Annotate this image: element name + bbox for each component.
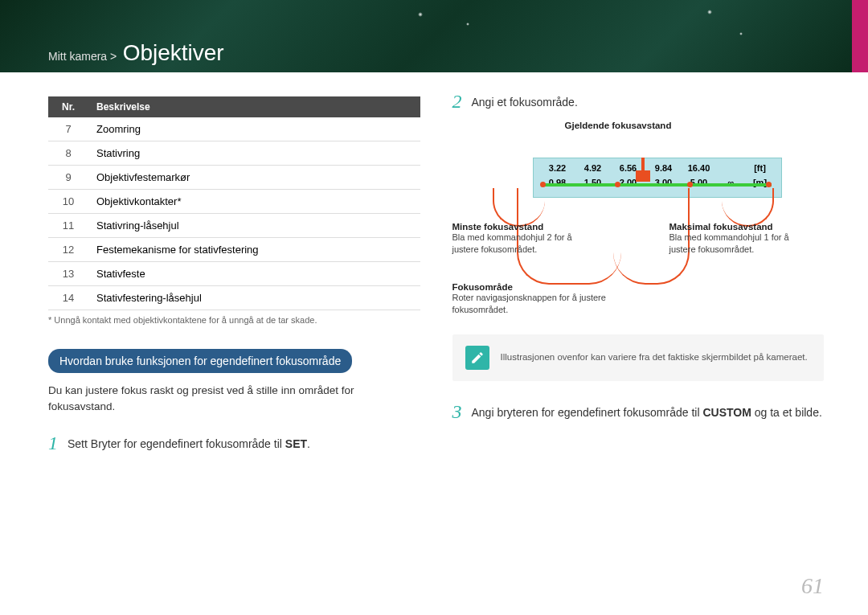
step-number: 1 [48, 433, 58, 453]
left-column: Nr. Beskrivelse 7Zoomring8Stativring9Obj… [48, 96, 420, 453]
table-row: 10Objektivkontakter* [48, 190, 420, 214]
breadcrumb-parent: Mitt kamera > [48, 50, 117, 63]
focus-track [542, 183, 772, 187]
step-number: 3 [452, 402, 462, 421]
step-1: 1 Sett Bryter for egendefinert fokusområ… [48, 433, 420, 453]
step-2: 2 Angi et fokusområde. [452, 92, 825, 111]
info-note: Illustrasjonen ovenfor kan variere fra d… [452, 334, 825, 381]
table-row: 11Stativring-låsehjul [48, 214, 420, 238]
th-nr: Nr. [48, 96, 88, 117]
max-distance-label: Maksimal fokusavstand Bla med kommandohj… [669, 222, 814, 256]
page-title: Objektiver [123, 40, 224, 65]
parts-table: Nr. Beskrivelse 7Zoomring8Stativring9Obj… [48, 96, 420, 310]
page-header: Mitt kamera > Objektiver [0, 0, 868, 72]
table-row: 14Stativfestering-låsehjul [48, 286, 420, 310]
step-text: Sett Bryter for egendefinert fokusområde… [68, 433, 310, 453]
table-row: 12Festemekanisme for stativfestering [48, 238, 420, 262]
step-text: Angi et fokusområde. [472, 92, 578, 111]
section-description: Du kan justere fokus raskt og presist ve… [48, 383, 420, 416]
current-distance-label: Gjeldende fokusavstand [565, 121, 672, 130]
table-row: 7Zoomring [48, 117, 420, 141]
table-row: 8Stativring [48, 141, 420, 166]
focus-range-label: Fokusområde Roter navigasjonsknappen for… [452, 282, 661, 317]
table-row: 13Stativfeste [48, 262, 420, 286]
min-distance-label: Minste fokusavstand Bla med kommandohjul… [452, 222, 589, 256]
pen-icon [465, 346, 489, 370]
focus-diagram: Gjeldende fokusavstand 3.224.926.569.841… [452, 125, 825, 318]
th-desc: Beskrivelse [88, 96, 420, 117]
step-number: 2 [452, 92, 462, 111]
note-text: Illustrasjonen ovenfor kan variere fra d… [501, 351, 808, 364]
right-column: 2 Angi et fokusområde. Gjeldende fokusav… [452, 96, 825, 453]
table-row: 9Objektivfestemarkør [48, 166, 420, 190]
current-marker [636, 170, 650, 182]
step-3: 3 Angi bryteren for egendefinert fokusom… [452, 402, 825, 421]
table-footnote: * Unngå kontakt med objektivkontaktene f… [48, 315, 420, 325]
step-text: Angi bryteren for egendefinert fokusområ… [472, 402, 822, 421]
section-title-badge: Hvordan bruke funksjonen for egendefiner… [48, 349, 352, 373]
page-number: 61 [801, 573, 824, 599]
